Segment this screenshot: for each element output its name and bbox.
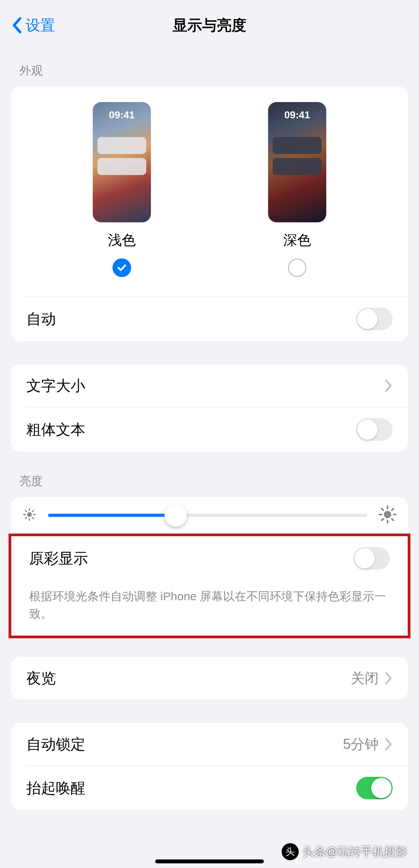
appearance-header: 外观 [0,50,419,87]
appearance-auto-row: 自动 [11,297,408,341]
night-shift-card: 夜览 关闭 [11,657,408,700]
chevron-left-icon [11,17,23,34]
night-shift-value: 关闭 [351,669,379,688]
bold-text-toggle[interactable] [356,418,393,441]
bold-text-label: 粗体文本 [26,420,85,440]
svg-line-14 [382,509,383,510]
appearance-dark-option[interactable]: 09:41 深色 [268,102,326,277]
brightness-slider-row [11,497,408,534]
dark-label: 深色 [283,231,311,250]
preview-widget [97,137,146,154]
brightness-card [11,497,408,534]
true-tone-card: 原彩显示 根据环境光条件自动调整 iPhone 屏幕以在不同环境下保持色彩显示一… [14,536,405,636]
preview-time: 09:41 [93,109,151,121]
brightness-header: 亮度 [0,452,419,497]
back-button[interactable]: 设置 [11,16,55,35]
raise-to-wake-row: 抬起唤醒 [11,766,408,810]
chevron-right-icon [385,738,393,751]
svg-line-16 [382,519,383,520]
chevron-right-icon [385,379,393,392]
light-radio[interactable] [113,258,131,277]
appearance-card: 09:41 浅色 09:41 深色 自动 [11,87,408,341]
night-shift-row[interactable]: 夜览 关闭 [11,657,408,700]
svg-line-15 [392,519,393,520]
brightness-slider[interactable] [48,514,367,517]
true-tone-highlight: 原彩显示 根据环境光条件自动调整 iPhone 屏幕以在不同环境下保持色彩显示一… [9,534,410,638]
night-shift-label: 夜览 [26,669,56,688]
svg-line-7 [26,518,27,519]
raise-to-wake-label: 抬起唤醒 [26,778,85,798]
svg-line-17 [392,509,393,510]
light-label: 浅色 [108,231,136,250]
svg-line-8 [33,511,34,512]
dark-preview: 09:41 [268,102,326,222]
appearance-selector: 09:41 浅色 09:41 深色 [11,87,408,296]
true-tone-description: 根据环境光条件自动调整 iPhone 屏幕以在不同环境下保持色彩显示一致。 [14,580,405,636]
light-preview: 09:41 [93,102,151,222]
auto-label: 自动 [26,309,56,329]
svg-point-9 [384,511,391,518]
true-tone-label: 原彩显示 [29,549,88,568]
true-tone-row: 原彩显示 [14,536,405,580]
text-size-row[interactable]: 文字大小 [11,364,408,407]
text-size-label: 文字大小 [26,376,85,396]
preview-widget [97,158,146,175]
dark-radio[interactable] [288,258,306,277]
raise-to-wake-toggle[interactable] [356,777,393,799]
bold-text-row: 粗体文本 [11,407,408,452]
auto-lock-row[interactable]: 自动锁定 5分钟 [11,723,408,766]
svg-line-5 [26,511,27,512]
sun-small-icon [23,508,36,523]
back-label: 设置 [26,16,55,35]
svg-line-6 [33,518,34,519]
preview-time: 09:41 [268,109,326,121]
svg-point-0 [27,512,32,517]
true-tone-toggle[interactable] [353,547,390,570]
navigation-bar: 设置 显示与亮度 [0,0,419,50]
page-title: 显示与亮度 [173,16,246,35]
text-card: 文字大小 粗体文本 [11,364,408,452]
preview-widget [273,158,322,175]
auto-lock-label: 自动锁定 [26,735,85,754]
preview-widget [273,137,322,154]
appearance-light-option[interactable]: 09:41 浅色 [93,102,151,277]
slider-thumb[interactable] [164,504,187,527]
slider-fill [48,514,176,517]
sun-large-icon [379,506,396,525]
auto-toggle[interactable] [356,308,393,330]
chevron-right-icon [385,672,393,685]
lock-card: 自动锁定 5分钟 抬起唤醒 [11,723,408,810]
checkmark-icon [116,262,127,273]
auto-lock-value: 5分钟 [343,735,379,754]
